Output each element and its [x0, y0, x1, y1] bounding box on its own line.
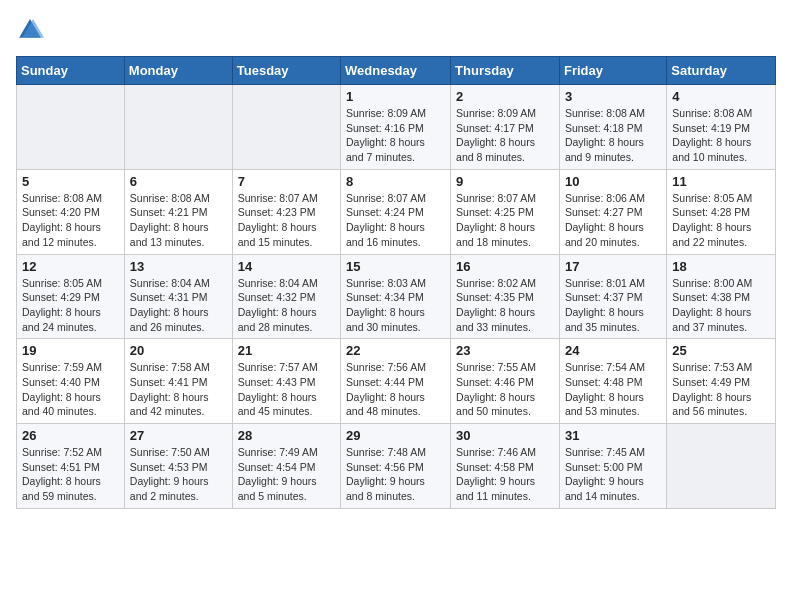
week-row-5: 26Sunrise: 7:52 AM Sunset: 4:51 PM Dayli… [17, 424, 776, 509]
week-row-4: 19Sunrise: 7:59 AM Sunset: 4:40 PM Dayli… [17, 339, 776, 424]
day-info: Sunrise: 8:07 AM Sunset: 4:23 PM Dayligh… [238, 191, 335, 250]
col-header-monday: Monday [124, 57, 232, 85]
day-number: 19 [22, 343, 119, 358]
day-info: Sunrise: 7:48 AM Sunset: 4:56 PM Dayligh… [346, 445, 445, 504]
day-cell: 9Sunrise: 8:07 AM Sunset: 4:25 PM Daylig… [451, 169, 560, 254]
day-info: Sunrise: 7:54 AM Sunset: 4:48 PM Dayligh… [565, 360, 661, 419]
col-header-sunday: Sunday [17, 57, 125, 85]
day-number: 21 [238, 343, 335, 358]
day-info: Sunrise: 8:06 AM Sunset: 4:27 PM Dayligh… [565, 191, 661, 250]
day-cell: 2Sunrise: 8:09 AM Sunset: 4:17 PM Daylig… [451, 85, 560, 170]
day-info: Sunrise: 8:03 AM Sunset: 4:34 PM Dayligh… [346, 276, 445, 335]
day-number: 9 [456, 174, 554, 189]
day-info: Sunrise: 7:59 AM Sunset: 4:40 PM Dayligh… [22, 360, 119, 419]
day-number: 16 [456, 259, 554, 274]
day-number: 2 [456, 89, 554, 104]
day-info: Sunrise: 8:01 AM Sunset: 4:37 PM Dayligh… [565, 276, 661, 335]
day-cell: 6Sunrise: 8:08 AM Sunset: 4:21 PM Daylig… [124, 169, 232, 254]
day-cell: 12Sunrise: 8:05 AM Sunset: 4:29 PM Dayli… [17, 254, 125, 339]
day-cell: 3Sunrise: 8:08 AM Sunset: 4:18 PM Daylig… [559, 85, 666, 170]
col-header-wednesday: Wednesday [341, 57, 451, 85]
day-number: 29 [346, 428, 445, 443]
day-cell: 31Sunrise: 7:45 AM Sunset: 5:00 PM Dayli… [559, 424, 666, 509]
day-cell: 5Sunrise: 8:08 AM Sunset: 4:20 PM Daylig… [17, 169, 125, 254]
day-number: 20 [130, 343, 227, 358]
day-cell [667, 424, 776, 509]
day-cell: 14Sunrise: 8:04 AM Sunset: 4:32 PM Dayli… [232, 254, 340, 339]
day-number: 3 [565, 89, 661, 104]
day-info: Sunrise: 8:07 AM Sunset: 4:24 PM Dayligh… [346, 191, 445, 250]
day-info: Sunrise: 8:09 AM Sunset: 4:16 PM Dayligh… [346, 106, 445, 165]
day-number: 4 [672, 89, 770, 104]
day-number: 10 [565, 174, 661, 189]
day-number: 15 [346, 259, 445, 274]
day-info: Sunrise: 7:52 AM Sunset: 4:51 PM Dayligh… [22, 445, 119, 504]
day-cell: 29Sunrise: 7:48 AM Sunset: 4:56 PM Dayli… [341, 424, 451, 509]
day-cell: 4Sunrise: 8:08 AM Sunset: 4:19 PM Daylig… [667, 85, 776, 170]
day-info: Sunrise: 8:04 AM Sunset: 4:31 PM Dayligh… [130, 276, 227, 335]
day-cell: 23Sunrise: 7:55 AM Sunset: 4:46 PM Dayli… [451, 339, 560, 424]
day-info: Sunrise: 8:05 AM Sunset: 4:28 PM Dayligh… [672, 191, 770, 250]
day-number: 12 [22, 259, 119, 274]
day-cell [17, 85, 125, 170]
day-number: 23 [456, 343, 554, 358]
day-number: 30 [456, 428, 554, 443]
day-number: 14 [238, 259, 335, 274]
day-cell: 25Sunrise: 7:53 AM Sunset: 4:49 PM Dayli… [667, 339, 776, 424]
day-info: Sunrise: 8:08 AM Sunset: 4:19 PM Dayligh… [672, 106, 770, 165]
day-cell: 20Sunrise: 7:58 AM Sunset: 4:41 PM Dayli… [124, 339, 232, 424]
week-row-3: 12Sunrise: 8:05 AM Sunset: 4:29 PM Dayli… [17, 254, 776, 339]
col-header-thursday: Thursday [451, 57, 560, 85]
week-row-1: 1Sunrise: 8:09 AM Sunset: 4:16 PM Daylig… [17, 85, 776, 170]
day-cell [232, 85, 340, 170]
day-cell: 19Sunrise: 7:59 AM Sunset: 4:40 PM Dayli… [17, 339, 125, 424]
col-header-saturday: Saturday [667, 57, 776, 85]
day-info: Sunrise: 8:08 AM Sunset: 4:21 PM Dayligh… [130, 191, 227, 250]
day-info: Sunrise: 7:56 AM Sunset: 4:44 PM Dayligh… [346, 360, 445, 419]
col-header-tuesday: Tuesday [232, 57, 340, 85]
day-number: 6 [130, 174, 227, 189]
day-number: 5 [22, 174, 119, 189]
day-info: Sunrise: 8:02 AM Sunset: 4:35 PM Dayligh… [456, 276, 554, 335]
day-number: 7 [238, 174, 335, 189]
day-info: Sunrise: 7:46 AM Sunset: 4:58 PM Dayligh… [456, 445, 554, 504]
day-info: Sunrise: 7:55 AM Sunset: 4:46 PM Dayligh… [456, 360, 554, 419]
day-info: Sunrise: 7:57 AM Sunset: 4:43 PM Dayligh… [238, 360, 335, 419]
day-info: Sunrise: 8:07 AM Sunset: 4:25 PM Dayligh… [456, 191, 554, 250]
day-number: 1 [346, 89, 445, 104]
day-number: 26 [22, 428, 119, 443]
day-cell: 11Sunrise: 8:05 AM Sunset: 4:28 PM Dayli… [667, 169, 776, 254]
day-info: Sunrise: 8:08 AM Sunset: 4:20 PM Dayligh… [22, 191, 119, 250]
day-cell: 30Sunrise: 7:46 AM Sunset: 4:58 PM Dayli… [451, 424, 560, 509]
logo [16, 16, 48, 44]
day-info: Sunrise: 8:05 AM Sunset: 4:29 PM Dayligh… [22, 276, 119, 335]
day-number: 17 [565, 259, 661, 274]
day-info: Sunrise: 8:00 AM Sunset: 4:38 PM Dayligh… [672, 276, 770, 335]
day-info: Sunrise: 7:58 AM Sunset: 4:41 PM Dayligh… [130, 360, 227, 419]
day-cell: 17Sunrise: 8:01 AM Sunset: 4:37 PM Dayli… [559, 254, 666, 339]
day-info: Sunrise: 7:45 AM Sunset: 5:00 PM Dayligh… [565, 445, 661, 504]
day-number: 13 [130, 259, 227, 274]
day-number: 11 [672, 174, 770, 189]
day-info: Sunrise: 8:04 AM Sunset: 4:32 PM Dayligh… [238, 276, 335, 335]
day-cell: 18Sunrise: 8:00 AM Sunset: 4:38 PM Dayli… [667, 254, 776, 339]
page-header [16, 16, 776, 44]
day-cell: 16Sunrise: 8:02 AM Sunset: 4:35 PM Dayli… [451, 254, 560, 339]
logo-icon [16, 16, 44, 44]
day-info: Sunrise: 8:09 AM Sunset: 4:17 PM Dayligh… [456, 106, 554, 165]
day-cell: 27Sunrise: 7:50 AM Sunset: 4:53 PM Dayli… [124, 424, 232, 509]
day-cell: 7Sunrise: 8:07 AM Sunset: 4:23 PM Daylig… [232, 169, 340, 254]
day-number: 28 [238, 428, 335, 443]
header-row: SundayMondayTuesdayWednesdayThursdayFrid… [17, 57, 776, 85]
day-info: Sunrise: 7:53 AM Sunset: 4:49 PM Dayligh… [672, 360, 770, 419]
day-number: 31 [565, 428, 661, 443]
day-cell: 1Sunrise: 8:09 AM Sunset: 4:16 PM Daylig… [341, 85, 451, 170]
day-cell: 15Sunrise: 8:03 AM Sunset: 4:34 PM Dayli… [341, 254, 451, 339]
day-cell: 28Sunrise: 7:49 AM Sunset: 4:54 PM Dayli… [232, 424, 340, 509]
day-number: 25 [672, 343, 770, 358]
day-cell: 8Sunrise: 8:07 AM Sunset: 4:24 PM Daylig… [341, 169, 451, 254]
day-number: 18 [672, 259, 770, 274]
day-info: Sunrise: 8:08 AM Sunset: 4:18 PM Dayligh… [565, 106, 661, 165]
day-cell [124, 85, 232, 170]
day-number: 22 [346, 343, 445, 358]
